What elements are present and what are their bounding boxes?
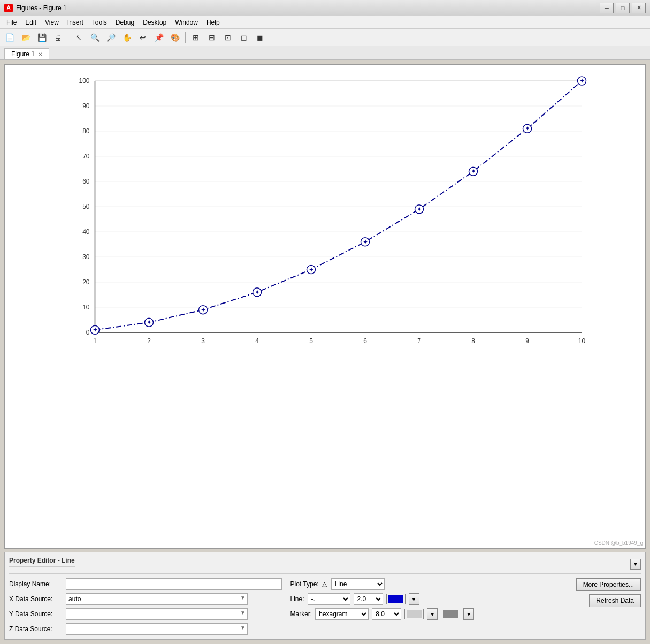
svg-text:✦: ✦ <box>93 326 98 334</box>
window-title: Figures - Figure 1 <box>16 4 600 12</box>
z-data-source-label: Z Data Source: <box>9 625 63 633</box>
svg-text:9: 9 <box>525 337 529 345</box>
marker-row: Marker: hexagram none + o 8.0 6.0 10.0 <box>290 608 563 620</box>
display-name-row: Display Name: <box>9 578 282 590</box>
y-data-source-input[interactable] <box>66 608 248 620</box>
menu-debug[interactable]: Debug <box>111 18 139 27</box>
menu-insert[interactable]: Insert <box>63 18 88 27</box>
display-name-input[interactable] <box>66 578 282 590</box>
menu-edit[interactable]: Edit <box>21 18 41 27</box>
marker-style-select[interactable]: hexagram none + o <box>315 608 369 620</box>
svg-text:70: 70 <box>82 153 90 160</box>
marker-edge-chevron[interactable]: ▼ <box>463 608 474 620</box>
toolbar-layout1[interactable]: ⊞ <box>188 31 203 44</box>
y-data-source-row: Y Data Source: ▼ <box>9 608 282 620</box>
menu-view[interactable]: View <box>41 18 63 27</box>
line-style-select[interactable]: -. - -- : <box>308 593 350 605</box>
property-editor-collapse[interactable]: ▼ <box>630 559 641 570</box>
toolbar-layout4[interactable]: ◻ <box>236 31 251 44</box>
plot-type-label: Plot Type: <box>290 580 319 588</box>
line-width-select[interactable]: 2.0 1.0 0.5 <box>354 593 383 605</box>
marker-6: ✦ <box>361 238 370 246</box>
x-data-source-input[interactable] <box>66 593 248 605</box>
marker-1: ✦ <box>91 325 100 334</box>
line-color-chevron[interactable]: ▼ <box>409 593 419 605</box>
toolbar-layout2[interactable]: ⊟ <box>204 31 219 44</box>
marker-5: ✦ <box>307 266 316 274</box>
svg-text:✦: ✦ <box>579 77 585 85</box>
y-data-source-label: Y Data Source: <box>9 610 63 618</box>
marker-face-color-swatch <box>407 610 422 618</box>
svg-text:10: 10 <box>578 337 586 345</box>
svg-text:20: 20 <box>82 278 90 286</box>
display-name-label: Display Name: <box>9 580 63 588</box>
toolbar-zoom-out[interactable]: 🔎 <box>103 31 118 44</box>
toolbar-rotate[interactable]: ↩ <box>135 31 150 44</box>
plot-type-select[interactable]: Line <box>331 578 385 590</box>
menu-window[interactable]: Window <box>171 18 202 27</box>
chart-wrapper: 0 10 20 30 40 50 60 70 80 90 100 1 2 3 4… <box>10 70 640 359</box>
svg-text:80: 80 <box>82 127 90 135</box>
app-icon: A <box>4 4 13 12</box>
toolbar-layout5[interactable]: ◼ <box>253 31 267 44</box>
tab-close-icon[interactable]: ✕ <box>38 51 42 57</box>
svg-text:1: 1 <box>93 337 97 345</box>
minimize-button[interactable]: ─ <box>600 3 614 13</box>
marker-label: Marker: <box>290 610 312 618</box>
svg-text:✦: ✦ <box>363 238 368 246</box>
line-color-button[interactable] <box>386 594 406 604</box>
x-source-dropdown-icon[interactable]: ▼ <box>240 595 246 601</box>
x-data-source-row: X Data Source: ▼ <box>9 593 282 605</box>
marker-2: ✦ <box>145 318 154 327</box>
marker-edge-color-button[interactable] <box>441 609 460 619</box>
marker-4: ✦ <box>253 288 262 297</box>
chart-svg: 0 10 20 30 40 50 60 70 80 90 100 1 2 3 4… <box>10 70 640 359</box>
watermark: CSDN @b_b1949_g <box>594 540 643 546</box>
toolbar-layout3[interactable]: ⊡ <box>220 31 235 44</box>
svg-text:✦: ✦ <box>525 125 530 132</box>
figure-tab[interactable]: Figure 1 ✕ <box>4 48 49 59</box>
main-area: 0 10 20 30 40 50 60 70 80 90 100 1 2 3 4… <box>0 60 650 644</box>
toolbar-zoom-in[interactable]: 🔍 <box>87 31 102 44</box>
refresh-data-button[interactable]: Refresh Data <box>589 594 641 607</box>
property-editor: Property Editor - Line ▼ Display Name: X… <box>4 552 646 640</box>
marker-face-color-button[interactable] <box>404 609 424 619</box>
toolbar-print[interactable]: 🖨 <box>50 31 65 44</box>
svg-text:100: 100 <box>79 77 89 85</box>
menu-desktop[interactable]: Desktop <box>139 18 171 27</box>
toolbar-save[interactable]: 💾 <box>34 31 49 44</box>
menu-tools[interactable]: Tools <box>88 18 111 27</box>
plot-container: 0 10 20 30 40 50 60 70 80 90 100 1 2 3 4… <box>4 64 646 549</box>
toolbar-select[interactable]: ↖ <box>71 31 86 44</box>
close-button[interactable]: ✕ <box>632 3 646 13</box>
plot-type-icon: △ <box>322 580 327 588</box>
svg-text:2: 2 <box>147 337 151 345</box>
svg-text:10: 10 <box>82 304 90 311</box>
y-source-dropdown-icon[interactable]: ▼ <box>240 610 246 616</box>
toolbar-open[interactable]: 📂 <box>18 31 33 44</box>
svg-text:50: 50 <box>82 203 90 210</box>
svg-text:0: 0 <box>86 329 90 336</box>
maximize-button[interactable]: □ <box>616 3 630 13</box>
toolbar-new[interactable]: 📄 <box>2 31 17 44</box>
line-label: Line: <box>290 595 304 603</box>
toolbar-color[interactable]: 🎨 <box>167 31 182 44</box>
toolbar-pan[interactable]: ✋ <box>119 31 134 44</box>
line-row: Line: -. - -- : 2.0 1.0 0.5 <box>290 593 563 605</box>
marker-7: ✦ <box>415 205 424 214</box>
svg-text:3: 3 <box>201 337 205 345</box>
menu-help[interactable]: Help <box>202 18 224 27</box>
toolbar-data-cursor[interactable]: 📌 <box>151 31 166 44</box>
marker-10: ✦ <box>578 77 586 85</box>
marker-8: ✦ <box>469 167 478 176</box>
marker-size-select[interactable]: 8.0 6.0 10.0 <box>372 608 401 620</box>
toolbar-sep-1 <box>68 32 68 43</box>
menu-file[interactable]: File <box>2 18 21 27</box>
marker-face-chevron[interactable]: ▼ <box>427 608 438 620</box>
line-color-swatch <box>388 595 403 603</box>
more-properties-button[interactable]: More Properties... <box>576 578 641 591</box>
z-data-source-input[interactable] <box>66 623 248 635</box>
marker-3: ✦ <box>199 306 208 314</box>
marker-9: ✦ <box>523 124 532 133</box>
z-source-dropdown-icon[interactable]: ▼ <box>240 625 246 631</box>
